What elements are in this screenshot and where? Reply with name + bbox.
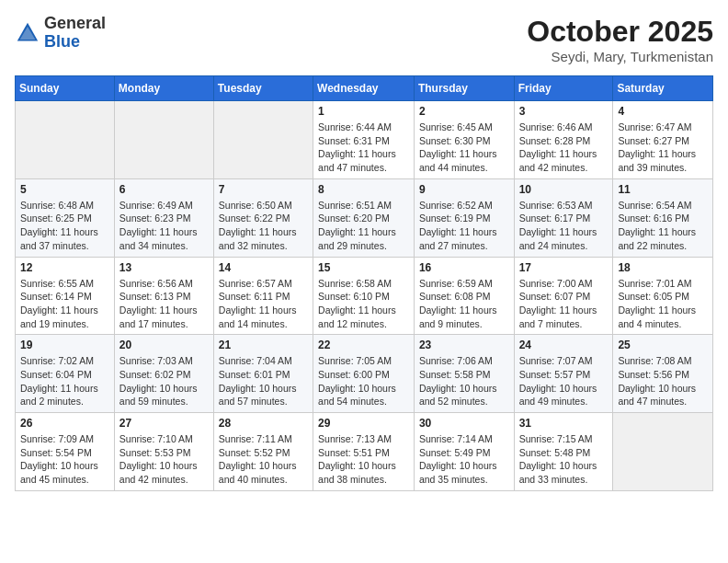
calendar-week-row: 12Sunrise: 6:55 AM Sunset: 6:14 PM Dayli… [16, 257, 713, 335]
day-number: 16 [419, 261, 509, 274]
calendar-cell: 13Sunrise: 6:56 AM Sunset: 6:13 PM Dayli… [114, 257, 213, 335]
location-subtitle: Seydi, Mary, Turkmenistan [527, 49, 713, 64]
day-info: Sunrise: 7:15 AM Sunset: 5:48 PM Dayligh… [519, 432, 609, 487]
logo-icon [15, 20, 40, 46]
day-number: 22 [318, 339, 409, 351]
day-number: 8 [318, 183, 409, 196]
day-info: Sunrise: 6:58 AM Sunset: 6:10 PM Dayligh… [318, 277, 409, 331]
day-number: 18 [618, 261, 708, 274]
calendar-week-row: 1Sunrise: 6:44 AM Sunset: 6:31 PM Daylig… [16, 101, 713, 179]
calendar-cell [613, 413, 713, 491]
calendar-cell: 4Sunrise: 6:47 AM Sunset: 6:27 PM Daylig… [613, 101, 713, 179]
day-info: Sunrise: 7:06 AM Sunset: 5:58 PM Dayligh… [419, 354, 509, 408]
day-info: Sunrise: 6:54 AM Sunset: 6:16 PM Dayligh… [618, 199, 708, 253]
logo: General Blue [15, 15, 106, 52]
calendar-cell: 27Sunrise: 7:10 AM Sunset: 5:53 PM Dayli… [114, 413, 213, 491]
calendar-table: SundayMondayTuesdayWednesdayThursdayFrid… [15, 75, 713, 491]
day-number: 27 [119, 417, 209, 430]
calendar-cell: 30Sunrise: 7:14 AM Sunset: 5:49 PM Dayli… [414, 413, 514, 491]
day-number: 25 [618, 339, 708, 351]
day-info: Sunrise: 7:00 AM Sunset: 6:07 PM Dayligh… [519, 277, 609, 331]
day-number: 19 [20, 339, 109, 351]
calendar-cell: 2Sunrise: 6:45 AM Sunset: 6:30 PM Daylig… [414, 101, 514, 179]
calendar-cell: 31Sunrise: 7:15 AM Sunset: 5:48 PM Dayli… [514, 413, 613, 491]
calendar-cell [16, 101, 115, 179]
calendar-cell: 28Sunrise: 7:11 AM Sunset: 5:52 PM Dayli… [213, 413, 313, 491]
calendar-cell: 5Sunrise: 6:48 AM Sunset: 6:25 PM Daylig… [16, 178, 115, 257]
day-info: Sunrise: 6:47 AM Sunset: 6:27 PM Dayligh… [618, 121, 708, 175]
calendar-cell: 18Sunrise: 7:01 AM Sunset: 6:05 PM Dayli… [613, 257, 713, 335]
calendar-cell: 17Sunrise: 7:00 AM Sunset: 6:07 PM Dayli… [514, 257, 613, 335]
title-block: October 2025 Seydi, Mary, Turkmenistan [527, 15, 713, 64]
calendar-cell: 6Sunrise: 6:49 AM Sunset: 6:23 PM Daylig… [114, 178, 213, 257]
page-header: General Blue October 2025 Seydi, Mary, T… [15, 15, 713, 64]
day-number: 12 [20, 261, 109, 274]
day-info: Sunrise: 6:46 AM Sunset: 6:28 PM Dayligh… [519, 121, 609, 175]
day-number: 2 [419, 105, 509, 118]
day-info: Sunrise: 7:02 AM Sunset: 6:04 PM Dayligh… [20, 354, 109, 408]
weekday-header: Friday [514, 76, 613, 101]
calendar-cell: 22Sunrise: 7:05 AM Sunset: 6:00 PM Dayli… [313, 335, 415, 413]
calendar-cell: 20Sunrise: 7:03 AM Sunset: 6:02 PM Dayli… [114, 335, 213, 413]
day-info: Sunrise: 6:52 AM Sunset: 6:19 PM Dayligh… [419, 199, 509, 253]
day-info: Sunrise: 6:57 AM Sunset: 6:11 PM Dayligh… [219, 277, 308, 331]
day-info: Sunrise: 6:49 AM Sunset: 6:23 PM Dayligh… [119, 199, 209, 253]
day-number: 24 [519, 339, 609, 351]
day-info: Sunrise: 6:59 AM Sunset: 6:08 PM Dayligh… [419, 277, 509, 331]
day-number: 10 [519, 183, 609, 196]
day-info: Sunrise: 6:45 AM Sunset: 6:30 PM Dayligh… [419, 121, 509, 175]
day-number: 7 [219, 183, 308, 196]
calendar-week-row: 26Sunrise: 7:09 AM Sunset: 5:54 PM Dayli… [16, 413, 713, 491]
calendar-cell: 12Sunrise: 6:55 AM Sunset: 6:14 PM Dayli… [16, 257, 115, 335]
day-number: 23 [419, 339, 509, 351]
day-number: 1 [318, 105, 409, 118]
calendar-cell [114, 101, 213, 179]
logo-text: General Blue [44, 15, 106, 52]
weekday-header: Monday [114, 76, 213, 101]
calendar-cell: 8Sunrise: 6:51 AM Sunset: 6:20 PM Daylig… [313, 178, 415, 257]
calendar-cell: 16Sunrise: 6:59 AM Sunset: 6:08 PM Dayli… [414, 257, 514, 335]
day-number: 21 [219, 339, 308, 351]
day-number: 17 [519, 261, 609, 274]
day-info: Sunrise: 7:03 AM Sunset: 6:02 PM Dayligh… [119, 354, 209, 408]
day-info: Sunrise: 7:04 AM Sunset: 6:01 PM Dayligh… [219, 354, 308, 408]
day-info: Sunrise: 7:01 AM Sunset: 6:05 PM Dayligh… [618, 277, 708, 331]
calendar-cell: 3Sunrise: 6:46 AM Sunset: 6:28 PM Daylig… [514, 101, 613, 179]
calendar-cell: 26Sunrise: 7:09 AM Sunset: 5:54 PM Dayli… [16, 413, 115, 491]
calendar-cell: 29Sunrise: 7:13 AM Sunset: 5:51 PM Dayli… [313, 413, 415, 491]
calendar-cell [213, 101, 313, 179]
day-info: Sunrise: 6:44 AM Sunset: 6:31 PM Dayligh… [318, 121, 409, 175]
calendar-cell: 7Sunrise: 6:50 AM Sunset: 6:22 PM Daylig… [213, 178, 313, 257]
calendar-cell: 10Sunrise: 6:53 AM Sunset: 6:17 PM Dayli… [514, 178, 613, 257]
day-info: Sunrise: 7:11 AM Sunset: 5:52 PM Dayligh… [219, 432, 308, 487]
day-number: 20 [119, 339, 209, 351]
day-number: 15 [318, 261, 409, 274]
day-info: Sunrise: 7:09 AM Sunset: 5:54 PM Dayligh… [20, 432, 109, 487]
calendar-cell: 19Sunrise: 7:02 AM Sunset: 6:04 PM Dayli… [16, 335, 115, 413]
weekday-header: Sunday [16, 76, 115, 101]
day-info: Sunrise: 6:53 AM Sunset: 6:17 PM Dayligh… [519, 199, 609, 253]
weekday-header: Wednesday [313, 76, 415, 101]
calendar-cell: 21Sunrise: 7:04 AM Sunset: 6:01 PM Dayli… [213, 335, 313, 413]
day-number: 26 [20, 417, 109, 430]
day-info: Sunrise: 7:05 AM Sunset: 6:00 PM Dayligh… [318, 354, 409, 408]
day-info: Sunrise: 6:56 AM Sunset: 6:13 PM Dayligh… [119, 277, 209, 331]
calendar-cell: 9Sunrise: 6:52 AM Sunset: 6:19 PM Daylig… [414, 178, 514, 257]
day-number: 11 [618, 183, 708, 196]
day-number: 3 [519, 105, 609, 118]
day-info: Sunrise: 7:10 AM Sunset: 5:53 PM Dayligh… [119, 432, 209, 487]
day-info: Sunrise: 7:08 AM Sunset: 5:56 PM Dayligh… [618, 354, 708, 408]
calendar-week-row: 5Sunrise: 6:48 AM Sunset: 6:25 PM Daylig… [16, 178, 713, 257]
weekday-header-row: SundayMondayTuesdayWednesdayThursdayFrid… [16, 76, 713, 101]
calendar-cell: 25Sunrise: 7:08 AM Sunset: 5:56 PM Dayli… [613, 335, 713, 413]
calendar-week-row: 19Sunrise: 7:02 AM Sunset: 6:04 PM Dayli… [16, 335, 713, 413]
day-info: Sunrise: 7:13 AM Sunset: 5:51 PM Dayligh… [318, 432, 409, 487]
day-info: Sunrise: 6:55 AM Sunset: 6:14 PM Dayligh… [20, 277, 109, 331]
month-year-title: October 2025 [527, 15, 713, 49]
day-number: 30 [419, 417, 509, 430]
weekday-header: Saturday [613, 76, 713, 101]
weekday-header: Tuesday [213, 76, 313, 101]
day-number: 4 [618, 105, 708, 118]
day-info: Sunrise: 6:50 AM Sunset: 6:22 PM Dayligh… [219, 199, 308, 253]
day-number: 6 [119, 183, 209, 196]
